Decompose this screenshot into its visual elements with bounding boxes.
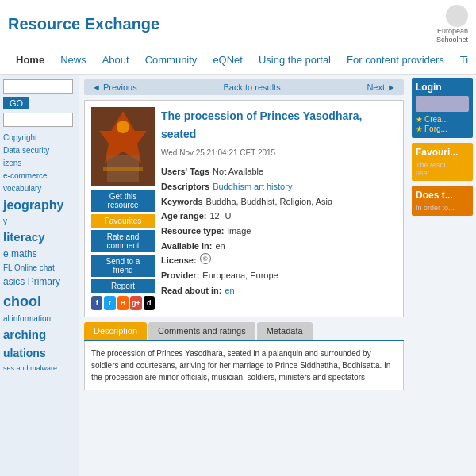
- sidebar-link-ecommerce[interactable]: e-commerce: [3, 170, 76, 182]
- sidebar-link-citizens[interactable]: izens: [3, 157, 76, 170]
- sidebar-link-online-chat[interactable]: FL Online chat: [3, 262, 76, 274]
- license-cc-icon: ©: [200, 253, 211, 264]
- sidebar-link-vocabulary[interactable]: vocabulary: [3, 182, 76, 195]
- resource-title[interactable]: The procession of Princes Yasodhara, sea…: [161, 107, 397, 145]
- type-label: Resource type:: [161, 224, 224, 239]
- delicious-icon[interactable]: d: [144, 296, 155, 310]
- read-row: Read about in: en: [161, 283, 397, 298]
- send-button[interactable]: Send to a friend: [91, 255, 155, 277]
- provider-label: Provider:: [161, 268, 199, 283]
- does-body: In order to...: [416, 204, 469, 212]
- nav-item-news[interactable]: News: [52, 48, 94, 74]
- nav-item-community[interactable]: Community: [137, 48, 205, 74]
- get-resource-button[interactable]: Get this resource: [91, 190, 155, 212]
- sidebar-link-copyright[interactable]: Copyright: [3, 132, 76, 144]
- tab-comments[interactable]: Comments and ratings: [148, 322, 255, 340]
- resource-info: The procession of Princes Yasodhara, sea…: [161, 107, 397, 310]
- does-box: Does t... In order to...: [412, 186, 473, 216]
- tab-description[interactable]: Description: [84, 322, 147, 340]
- rate-button[interactable]: Rate and comment: [91, 230, 155, 252]
- nav-item-eqnet[interactable]: eQNet: [205, 48, 251, 74]
- login-form-placeholder: [416, 96, 469, 112]
- sidebar-link-data-security[interactable]: Data security: [3, 144, 76, 157]
- go-button[interactable]: GO: [3, 97, 29, 109]
- twitter-icon[interactable]: t: [104, 296, 115, 310]
- facebook-icon[interactable]: f: [91, 296, 102, 310]
- googleplus-icon[interactable]: g+: [130, 296, 141, 310]
- sidebar-link-school[interactable]: chool: [3, 290, 76, 313]
- type-row: Resource type: image: [161, 224, 397, 239]
- prev-link[interactable]: ◄ Previous: [92, 83, 137, 92]
- sidebar-link-malware[interactable]: ses and malware: [3, 363, 76, 374]
- sidebar-right: Login ★Crea... ★Forg... Favouri... The r…: [409, 75, 476, 476]
- favourites-body: The resou... user.: [416, 161, 469, 177]
- tabs-bar: Description Comments and ratings Metadat…: [84, 322, 404, 341]
- sidebar-left: GO Copyright Data security izens e-comme…: [0, 75, 79, 476]
- search-input-2[interactable]: [3, 113, 73, 127]
- nav-item-about[interactable]: About: [94, 48, 137, 74]
- nav-item-for-content-providers[interactable]: For content providers: [339, 48, 452, 74]
- read-val[interactable]: en: [225, 283, 234, 298]
- login-title: Login: [416, 82, 469, 93]
- keywords-val: Buddha, Buddhist, Religion, Asia: [206, 194, 333, 209]
- does-title: Does t...: [416, 190, 469, 201]
- sidebar-link-ulations[interactable]: ulations: [3, 344, 76, 362]
- social-icons: f t B g+ d: [91, 296, 155, 310]
- blogger-icon[interactable]: B: [117, 296, 129, 310]
- available-label: Available in:: [161, 239, 212, 254]
- age-label: Age range:: [161, 209, 206, 224]
- resource-date: Wed Nov 25 21:04:21 CET 2015: [161, 146, 397, 159]
- nav-item-home[interactable]: Home: [8, 48, 52, 74]
- eu-logo-icon: [446, 5, 468, 27]
- age-val: 12 -U: [209, 209, 231, 224]
- content-area: ◄ Previous Back to results Next ►: [79, 75, 409, 476]
- sidebar-link-geography[interactable]: jeography: [3, 195, 76, 216]
- svg-rect-3: [103, 167, 143, 171]
- search-input[interactable]: [3, 79, 73, 94]
- next-link[interactable]: Next ►: [367, 83, 396, 92]
- tab-metadata[interactable]: Metadata: [257, 322, 313, 340]
- sidebar-link-searching[interactable]: arching: [3, 325, 76, 344]
- sidebar-link-maths[interactable]: e maths: [3, 247, 76, 262]
- available-val: en: [215, 239, 225, 254]
- login-box: Login ★Crea... ★Forg...: [412, 78, 473, 138]
- sidebar-link-literacy[interactable]: literacy: [3, 228, 76, 247]
- sidebar-links: Copyright Data security izens e-commerce…: [3, 132, 76, 374]
- read-label: Read about in:: [161, 283, 221, 298]
- license-row: License: ©: [161, 253, 397, 268]
- favourites-box: Favouri... The resou... user.: [412, 143, 473, 181]
- tab-content-description: The procession of Princes Yasodhara, sea…: [84, 341, 404, 390]
- resource-thumbnail: [91, 107, 155, 186]
- age-row: Age range: 12 -U: [161, 209, 397, 224]
- breadcrumb: ◄ Previous Back to results Next ►: [84, 79, 404, 95]
- users-tags-row: Users' Tags Not Available: [161, 164, 397, 179]
- provider-val: Europeana, Europe: [202, 268, 278, 283]
- header: Resource Exchange EuropeanSchoolnet Home…: [0, 0, 476, 75]
- descriptors-row: Descriptors Buddhism art history: [161, 179, 397, 194]
- available-row: Available in: en: [161, 239, 397, 254]
- descriptors-val[interactable]: Buddhism art history: [213, 179, 292, 194]
- favourites-title: Favouri...: [416, 147, 469, 158]
- descriptors-label: Descriptors: [161, 179, 209, 194]
- license-label: License:: [161, 253, 197, 268]
- resource-card: Get this resource Favourites Rate and co…: [84, 100, 404, 317]
- favourites-button[interactable]: Favourites: [91, 214, 155, 228]
- back-link[interactable]: Back to results: [224, 83, 281, 92]
- main-layout: GO Copyright Data security izens e-comme…: [0, 75, 476, 476]
- users-tags-val: Not Available: [213, 164, 263, 179]
- users-tags-label: Users' Tags: [161, 164, 209, 179]
- nav-item-ti[interactable]: Ti: [452, 48, 476, 74]
- nav-item-using-the-portal[interactable]: Using the portal: [251, 48, 339, 74]
- type-val: image: [227, 224, 251, 239]
- provider-row: Provider: Europeana, Europe: [161, 268, 397, 283]
- sidebar-link-y[interactable]: y: [3, 215, 76, 228]
- site-title: Resource Exchange: [8, 15, 159, 33]
- report-button[interactable]: Report: [91, 279, 155, 293]
- create-account-link[interactable]: ★Crea...: [416, 115, 469, 124]
- svg-point-4: [117, 121, 129, 133]
- main-nav: HomeNewsAboutCommunityeQNetUsing the por…: [8, 48, 468, 74]
- sidebar-link-information[interactable]: al information: [3, 313, 76, 325]
- keywords-row: Keywords Buddha, Buddhist, Religion, Asi…: [161, 194, 397, 209]
- forgot-password-link[interactable]: ★Forg...: [416, 125, 469, 133]
- sidebar-link-basics[interactable]: asics Primary: [3, 274, 76, 290]
